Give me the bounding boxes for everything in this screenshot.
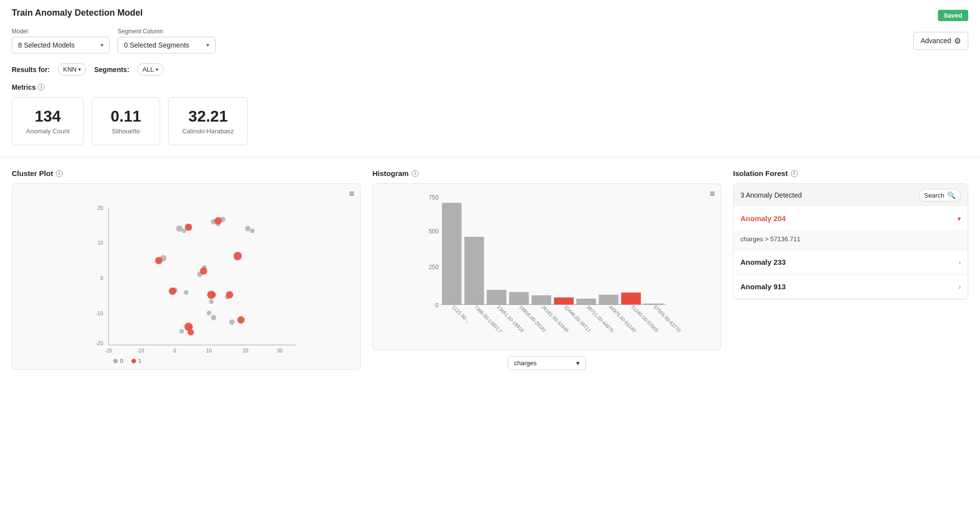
svg-text:250: 250	[429, 264, 439, 271]
anomaly-913-title: Anomaly 913	[740, 282, 786, 291]
histogram-title: Histogram	[372, 169, 409, 177]
anomaly-item-233[interactable]: Anomaly 233 ›	[734, 250, 968, 275]
svg-point-39	[169, 287, 176, 295]
svg-point-35	[215, 217, 222, 225]
svg-text:750: 750	[429, 194, 439, 201]
segment-dropdown-chevron: ▾	[206, 42, 209, 49]
advanced-icon: ⚙	[954, 36, 961, 46]
svg-text:-10: -10	[96, 311, 103, 316]
advanced-button[interactable]: Advanced ⚙	[913, 32, 968, 50]
svg-point-40	[207, 291, 216, 299]
svg-point-26	[209, 300, 214, 304]
anomaly-913-chevron: ›	[958, 283, 961, 291]
metrics-info-icon[interactable]: i	[38, 84, 45, 91]
saved-badge: Saved	[938, 10, 968, 21]
svg-text:10: 10	[206, 348, 212, 354]
metric-label-0: Anomaly Count	[26, 127, 70, 135]
cluster-plot-info-icon[interactable]: i	[56, 170, 63, 177]
anomaly-item-204[interactable]: Anomaly 204 ▾ charges > 57136.711	[734, 206, 968, 250]
svg-text:0: 0	[435, 302, 439, 309]
svg-point-31	[229, 320, 235, 325]
svg-text:0: 0	[100, 276, 103, 281]
segment-label: Segment Column	[118, 28, 216, 35]
model-pill[interactable]: KNN ▾	[58, 63, 86, 76]
svg-text:30: 30	[277, 348, 283, 354]
svg-point-36	[155, 257, 163, 264]
segments-pill[interactable]: ALL ▾	[137, 63, 164, 76]
svg-text:-20: -20	[96, 341, 103, 346]
svg-point-43	[188, 329, 194, 335]
model-dropdown-chevron: ▾	[100, 42, 103, 49]
search-icon: 🔍	[947, 191, 956, 199]
svg-point-30	[211, 315, 216, 320]
histogram-dropdown-chevron: ▾	[576, 359, 580, 367]
histogram-panel: Histogram i ≡ 750 500 250 0	[372, 169, 721, 370]
svg-rect-57	[532, 295, 551, 304]
svg-text:20: 20	[243, 348, 248, 354]
svg-point-19	[250, 228, 254, 233]
metrics-title: Metrics	[12, 83, 36, 91]
svg-rect-59	[576, 299, 596, 304]
svg-point-47	[131, 359, 136, 363]
cluster-plot-svg: 20 10 0 -10 -20 -20 -10 0 10 20 30	[18, 190, 354, 363]
svg-point-41	[226, 291, 233, 299]
svg-rect-54	[465, 237, 484, 304]
model-dropdown[interactable]: 8 Selected Models ▾	[12, 37, 110, 53]
svg-rect-55	[487, 290, 506, 304]
svg-point-18	[245, 226, 250, 231]
metric-value-0: 134	[26, 107, 70, 126]
svg-point-45	[113, 359, 118, 363]
svg-text:-10: -10	[137, 348, 144, 354]
metric-card-1: 0.11Silhouette	[92, 97, 160, 145]
svg-text:1: 1	[138, 358, 141, 363]
segments-label: Segments:	[94, 66, 129, 74]
svg-text:-20: -20	[105, 348, 112, 354]
cluster-plot-panel: Cluster Plot i ≡ 20 10 0 -10 -20 -20 -10…	[12, 169, 361, 370]
metric-label-2: Calinski-Harabasz	[182, 127, 234, 135]
histogram-info-icon[interactable]: i	[412, 170, 418, 177]
cluster-plot-menu[interactable]: ≡	[349, 189, 354, 199]
anomaly-233-chevron: ›	[958, 258, 961, 266]
svg-text:500: 500	[429, 228, 439, 235]
svg-rect-58	[554, 298, 574, 305]
model-label: Model	[12, 28, 110, 35]
histogram-menu[interactable]: ≡	[710, 189, 715, 199]
search-placeholder: Search	[924, 192, 944, 199]
svg-rect-61	[621, 293, 641, 305]
isolation-search-box[interactable]: Search 🔍	[919, 189, 961, 202]
anomaly-item-913[interactable]: Anomaly 913 ›	[734, 275, 968, 299]
anomaly-204-detail: charges > 57136.711	[734, 230, 968, 250]
svg-text:10: 10	[98, 240, 103, 246]
svg-text:0: 0	[120, 358, 123, 363]
isolation-forest-panel: Isolation Forest i 3 Anomaly Detected Se…	[733, 169, 968, 370]
svg-point-24	[184, 290, 188, 295]
svg-rect-60	[599, 295, 618, 304]
metric-value-2: 32.21	[182, 107, 234, 126]
svg-rect-53	[442, 203, 462, 304]
metric-label-1: Silhouette	[106, 127, 146, 135]
svg-point-33	[179, 329, 184, 333]
svg-point-29	[207, 311, 211, 315]
segments-pill-chevron: ▾	[156, 67, 158, 72]
histogram-svg: 750 500 250 0	[379, 190, 715, 332]
anomaly-204-title: Anomaly 204	[740, 214, 786, 223]
svg-point-34	[185, 224, 192, 231]
svg-text:20: 20	[98, 205, 103, 211]
metric-card-0: 134Anomaly Count	[12, 97, 84, 145]
anomaly-233-title: Anomaly 233	[740, 258, 786, 266]
isolation-forest-info-icon[interactable]: i	[791, 170, 798, 177]
segment-dropdown[interactable]: 0 Selected Segments ▾	[118, 37, 216, 53]
anomaly-204-chevron: ▾	[957, 215, 961, 223]
model-pill-chevron: ▾	[78, 67, 81, 72]
results-for-label: Results for:	[12, 66, 50, 74]
svg-point-38	[234, 252, 242, 260]
svg-rect-56	[509, 292, 529, 305]
svg-text:1121.00-...: 1121.00-...	[451, 304, 472, 325]
cluster-plot-title: Cluster Plot	[12, 169, 53, 177]
isolation-forest-title: Isolation Forest	[733, 169, 788, 177]
histogram-column-dropdown[interactable]: charges ▾	[508, 356, 586, 370]
anomaly-detected-count: 3 Anomaly Detected	[740, 191, 802, 199]
svg-text:0: 0	[173, 348, 176, 354]
metric-card-2: 32.21Calinski-Harabasz	[168, 97, 248, 145]
metric-value-1: 0.11	[106, 107, 146, 126]
